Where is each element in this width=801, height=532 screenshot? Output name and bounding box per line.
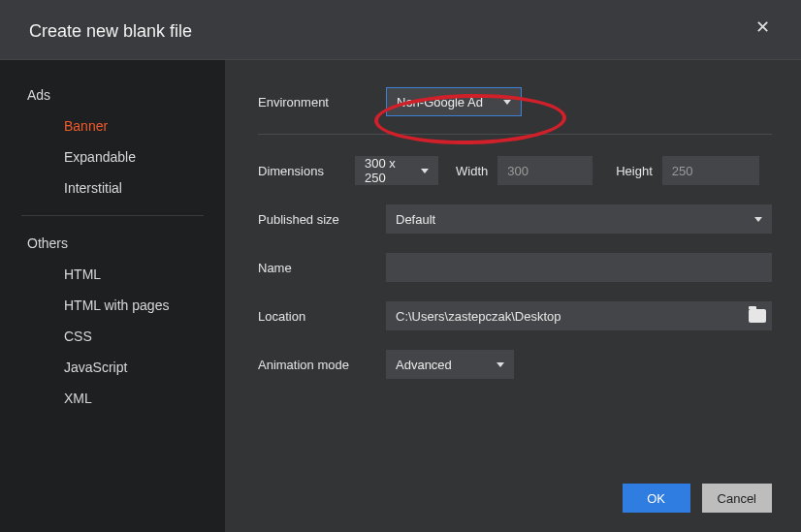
location-label: Location [258, 309, 386, 324]
sidebar-item-interstitial[interactable]: Interstitial [0, 172, 225, 203]
dialog-footer: OK Cancel [258, 464, 772, 513]
chevron-down-icon [754, 217, 762, 222]
sidebar-item-javascript[interactable]: JavaScript [0, 352, 225, 383]
sidebar-group-ads: Ads [0, 79, 225, 110]
environment-value: Non-Google Ad [397, 95, 483, 110]
height-input[interactable] [662, 156, 759, 185]
sidebar-item-css[interactable]: CSS [0, 321, 225, 352]
published-size-select[interactable]: Default [386, 204, 772, 234]
row-location: Location C:\Users\zastepczak\Desktop [258, 301, 772, 330]
animation-mode-value: Advanced [396, 358, 452, 372]
dialog-body: Ads Banner Expandable Interstitial Other… [0, 60, 801, 532]
chevron-down-icon [503, 100, 511, 105]
animation-mode-label: Animation mode [258, 358, 386, 372]
location-field[interactable]: C:\Users\zastepczak\Desktop [386, 301, 772, 330]
row-published-size: Published size Default [258, 204, 772, 234]
row-name: Name [258, 253, 772, 282]
published-size-value: Default [396, 212, 435, 227]
dialog-title: Create new blank file [29, 21, 192, 42]
sidebar-item-expandable[interactable]: Expandable [0, 141, 225, 172]
location-value: C:\Users\zastepczak\Desktop [396, 309, 749, 324]
environment-label: Environment [258, 95, 386, 110]
row-dimensions: Dimensions 300 x 250 Width Height [258, 156, 772, 185]
titlebar: Create new blank file ✕ [0, 0, 801, 60]
sidebar: Ads Banner Expandable Interstitial Other… [0, 60, 225, 532]
sidebar-group-others: Others [0, 228, 225, 259]
close-icon[interactable]: ✕ [753, 17, 772, 37]
sidebar-item-html[interactable]: HTML [0, 259, 225, 290]
cancel-button[interactable]: Cancel [702, 484, 772, 513]
dimensions-select[interactable]: 300 x 250 [355, 156, 438, 185]
chevron-down-icon [421, 169, 429, 173]
create-file-dialog: Create new blank file ✕ Ads Banner Expan… [0, 0, 801, 532]
main-panel: Environment Non-Google Ad Dimensions 300… [225, 60, 801, 532]
dimensions-value: 300 x 250 [365, 156, 413, 185]
row-animation-mode: Animation mode Advanced [258, 350, 772, 379]
name-input[interactable] [386, 253, 772, 282]
width-input[interactable] [497, 156, 593, 185]
sidebar-item-banner[interactable]: Banner [0, 110, 225, 141]
folder-icon[interactable] [749, 309, 766, 323]
sidebar-item-html-pages[interactable]: HTML with pages [0, 290, 225, 321]
animation-mode-select[interactable]: Advanced [386, 350, 514, 379]
ok-button[interactable]: OK [623, 484, 690, 513]
sidebar-item-xml[interactable]: XML [0, 383, 225, 414]
width-label: Width [456, 164, 488, 178]
row-environment: Environment Non-Google Ad [258, 87, 772, 135]
name-label: Name [258, 261, 386, 275]
environment-select[interactable]: Non-Google Ad [386, 87, 522, 116]
sidebar-separator [21, 215, 204, 216]
dimensions-label: Dimensions [258, 164, 355, 178]
published-size-label: Published size [258, 212, 386, 227]
height-label: Height [616, 164, 653, 178]
chevron-down-icon [497, 362, 504, 367]
